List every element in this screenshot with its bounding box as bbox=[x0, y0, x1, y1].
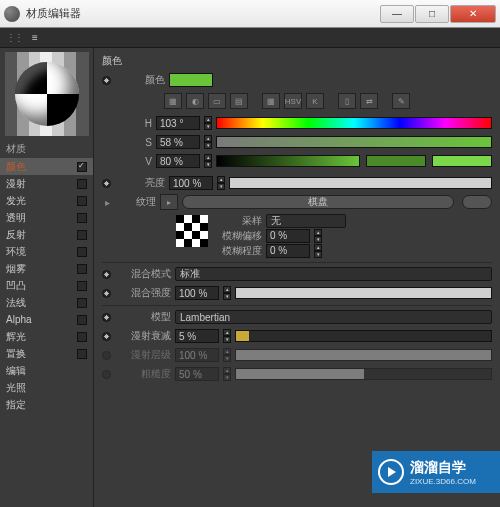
mode-icon[interactable]: ▯ bbox=[338, 93, 356, 109]
radio-color[interactable] bbox=[102, 76, 111, 85]
brightness-label: 亮度 bbox=[115, 176, 165, 190]
h-spinner[interactable]: ▴▾ bbox=[204, 116, 212, 130]
checkbox-icon[interactable] bbox=[77, 162, 87, 172]
watermark: 溜溜自学 ZIXUE.3D66.COM bbox=[372, 451, 500, 493]
color-swatch[interactable] bbox=[169, 73, 213, 87]
content-panel: 颜色 颜色 ▦ ◐ ▭ ▤ ▦ HSV K ▯ ⇄ ✎ H 103 ° ▴▾ bbox=[94, 48, 500, 507]
mode-icon[interactable]: ▤ bbox=[230, 93, 248, 109]
sidebar-item-normal[interactable]: 法线 bbox=[0, 294, 93, 311]
sidebar-item-displacement[interactable]: 置换 bbox=[0, 345, 93, 362]
sidebar-item-alpha[interactable]: Alpha bbox=[0, 311, 93, 328]
mode-icon[interactable]: ▦ bbox=[164, 93, 182, 109]
mode-icon[interactable]: ▦ bbox=[262, 93, 280, 109]
mix-mode-dropdown[interactable]: 标准 bbox=[175, 267, 492, 281]
mode-icon[interactable]: ▭ bbox=[208, 93, 226, 109]
grip-icon[interactable] bbox=[6, 32, 22, 43]
sidebar-item-assign[interactable]: 指定 bbox=[0, 396, 93, 413]
app-icon bbox=[4, 6, 20, 22]
brightness-slider[interactable] bbox=[229, 177, 492, 189]
blur-offset-input[interactable]: 0 % bbox=[266, 229, 310, 243]
sidebar-item-edit[interactable]: 编辑 bbox=[0, 362, 93, 379]
maximize-button[interactable]: □ bbox=[415, 5, 449, 23]
hsv-button[interactable]: HSV bbox=[284, 93, 302, 109]
sample-dropdown[interactable]: 无 bbox=[266, 214, 346, 228]
texture-preview[interactable] bbox=[176, 215, 208, 247]
expand-icon[interactable]: ▸ bbox=[102, 197, 112, 208]
s-input[interactable]: 58 % bbox=[156, 135, 200, 149]
sidebar-item-reflection[interactable]: 反射 bbox=[0, 226, 93, 243]
minimize-button[interactable]: — bbox=[380, 5, 414, 23]
radio-brightness[interactable] bbox=[102, 179, 111, 188]
mode-icon[interactable]: K bbox=[306, 93, 324, 109]
sidebar-item-diffuse[interactable]: 漫射 bbox=[0, 175, 93, 192]
sidebar-header: 材质 bbox=[0, 140, 93, 158]
sidebar-item-bump[interactable]: 凹凸 bbox=[0, 277, 93, 294]
hue-slider[interactable] bbox=[216, 117, 492, 129]
s-spinner[interactable]: ▴▾ bbox=[204, 135, 212, 149]
falloff-input[interactable]: 5 % bbox=[175, 329, 219, 343]
val-slider[interactable] bbox=[216, 155, 360, 167]
mode-icon[interactable]: ◐ bbox=[186, 93, 204, 109]
color-label: 颜色 bbox=[115, 73, 165, 87]
sidebar-item-fog[interactable]: 烟雾 bbox=[0, 260, 93, 277]
blur-scale-input[interactable]: 0 % bbox=[266, 244, 310, 258]
sidebar-item-transparency[interactable]: 透明 bbox=[0, 209, 93, 226]
v-label: V bbox=[118, 156, 152, 167]
titlebar: 材质编辑器 — □ ✕ bbox=[0, 0, 500, 28]
window-title: 材质编辑器 bbox=[26, 6, 379, 21]
eyedropper-icon[interactable]: ✎ bbox=[392, 93, 410, 109]
swap-icon[interactable]: ⇄ bbox=[360, 93, 378, 109]
close-button[interactable]: ✕ bbox=[450, 5, 496, 23]
v-input[interactable]: 80 % bbox=[156, 154, 200, 168]
texture-menu-icon[interactable]: ▸ bbox=[160, 194, 178, 210]
play-icon bbox=[378, 459, 404, 485]
menu-item[interactable]: ≡ bbox=[32, 32, 38, 43]
brightness-input[interactable]: 100 % bbox=[169, 176, 213, 190]
sidebar: 材质 颜色 漫射 发光 透明 反射 环境 烟雾 凹凸 法线 Alpha 辉光 置… bbox=[0, 48, 94, 507]
menubar: ≡ bbox=[0, 28, 500, 48]
sat-slider[interactable] bbox=[216, 136, 492, 148]
sidebar-item-illum[interactable]: 光照 bbox=[0, 379, 93, 396]
mix-strength-slider[interactable] bbox=[235, 287, 492, 299]
material-preview[interactable] bbox=[5, 52, 89, 136]
model-dropdown[interactable]: Lambertian bbox=[175, 310, 492, 324]
v-spinner[interactable]: ▴▾ bbox=[204, 154, 212, 168]
sidebar-item-glow[interactable]: 辉光 bbox=[0, 328, 93, 345]
section-header: 颜色 bbox=[102, 52, 492, 72]
texture-label: 纹理 bbox=[116, 195, 156, 209]
sidebar-item-luminance[interactable]: 发光 bbox=[0, 192, 93, 209]
s-label: S bbox=[118, 137, 152, 148]
falloff-slider[interactable] bbox=[235, 330, 492, 342]
texture-clear-button[interactable] bbox=[462, 195, 492, 209]
mix-strength-input[interactable]: 100 % bbox=[175, 286, 219, 300]
h-input[interactable]: 103 ° bbox=[156, 116, 200, 130]
color-mode-toolbar: ▦ ◐ ▭ ▤ ▦ HSV K ▯ ⇄ ✎ bbox=[102, 91, 492, 115]
h-label: H bbox=[118, 118, 152, 129]
texture-button[interactable]: 棋盘 bbox=[182, 195, 454, 209]
sidebar-item-color[interactable]: 颜色 bbox=[0, 158, 93, 175]
sidebar-item-environment[interactable]: 环境 bbox=[0, 243, 93, 260]
